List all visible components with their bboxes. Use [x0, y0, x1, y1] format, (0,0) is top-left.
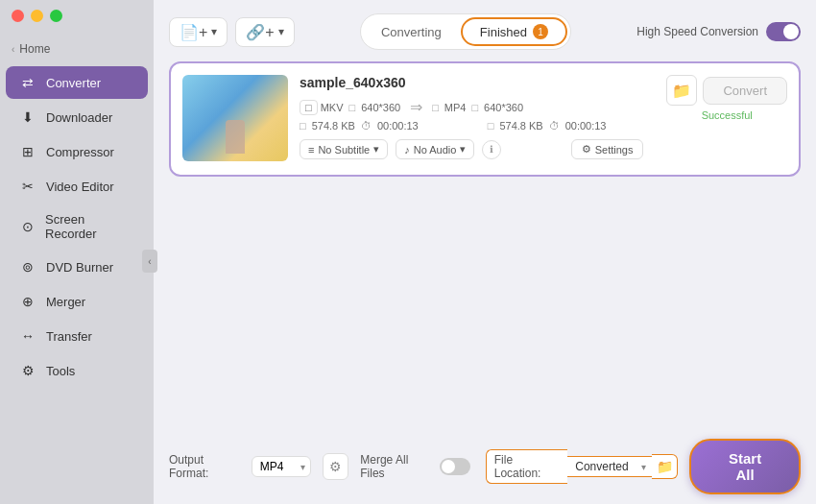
file-card: sample_640x360 □ MKV □ 640*360 ⇒ □ MP4 □…	[169, 61, 801, 177]
header-row: 📄+ ▾ 🔗+ ▾ Converting Finished 1 High Spe…	[169, 13, 801, 50]
file-thumbnail	[182, 75, 288, 161]
source-size-icon: □	[300, 120, 306, 132]
sidebar-item-label: Screen Recorder	[45, 212, 134, 241]
speed-toggle-area: High Speed Conversion	[636, 22, 801, 41]
controls-row: ≡ No Subtitle ▾ ♪ No Audio ▾ ℹ ⚙ Setting…	[300, 139, 643, 159]
add-url-icon: 🔗+	[246, 23, 274, 41]
settings-icon: ⚙	[582, 143, 591, 156]
screen-recorder-icon: ⊙	[19, 218, 36, 235]
file-name: sample_640x360	[300, 75, 643, 90]
add-file-button[interactable]: 📄+ ▾	[169, 17, 228, 47]
subtitle-icon: ≡	[308, 144, 314, 156]
file-info: sample_640x360 □ MKV □ 640*360 ⇒ □ MP4 □…	[300, 75, 643, 159]
close-button[interactable]	[12, 10, 24, 22]
output-format-select-wrap: MP4 MKV AVI MOV	[252, 456, 311, 477]
file-location-area: File Location: Converted Custom... 📁	[486, 449, 678, 484]
sidebar-item-dvd-burner[interactable]: ⊚ DVD Burner	[6, 251, 148, 283]
sidebar-item-merger[interactable]: ⊕ Merger	[6, 285, 148, 318]
output-folder-button[interactable]: 📁	[666, 75, 697, 106]
minimize-button[interactable]	[31, 10, 43, 22]
finished-badge: 1	[533, 24, 548, 39]
target-size-icon: □	[488, 120, 494, 132]
subtitle-select[interactable]: ≡ No Subtitle ▾	[300, 139, 388, 159]
sidebar-item-compressor[interactable]: ⊞ Compressor	[6, 135, 148, 168]
output-format-select[interactable]: MP4 MKV AVI MOV	[252, 456, 311, 477]
source-duration: 00:00:13	[377, 120, 419, 132]
sidebar-item-converter[interactable]: ⇄ Converter	[6, 66, 148, 99]
thumbnail-figure	[226, 120, 245, 154]
output-format-label: Output Format:	[169, 453, 244, 480]
audio-label: No Audio	[414, 144, 457, 156]
info-button[interactable]: ℹ	[482, 140, 501, 159]
sidebar-item-screen-recorder[interactable]: ⊙ Screen Recorder	[6, 204, 148, 249]
source-format-label: □	[300, 100, 318, 115]
target-resolution: 640*360	[484, 102, 523, 113]
home-link[interactable]: ‹ Home	[0, 38, 154, 65]
tab-converting[interactable]: Converting	[364, 17, 459, 46]
source-clock-icon: ⏱	[361, 120, 372, 132]
file-location-select[interactable]: Converted Custom...	[567, 456, 652, 477]
subtitle-chevron: ▾	[373, 143, 379, 156]
sidebar-item-label: DVD Burner	[46, 260, 113, 275]
maximize-button[interactable]	[50, 10, 62, 22]
tab-finished-label: Finished	[480, 25, 527, 39]
convert-button[interactable]: Convert	[703, 77, 787, 105]
file-meta-size-row: □ 574.8 KB ⏱ 00:00:13 □ 574.8 KB ⏱ 00:00…	[300, 120, 643, 132]
add-url-button[interactable]: 🔗+ ▾	[235, 17, 294, 47]
sidebar-item-label: Tools	[46, 364, 75, 378]
settings-button[interactable]: ⚙ Settings	[571, 139, 644, 159]
dvd-burner-icon: ⊚	[19, 258, 36, 276]
audio-chevron: ▾	[460, 143, 466, 156]
merger-icon: ⊕	[19, 293, 36, 310]
sidebar-item-label: Compressor	[46, 145, 114, 159]
target-clock-icon: ⏱	[549, 120, 560, 132]
sidebar-item-tools[interactable]: ⚙ Tools	[6, 354, 148, 387]
compressor-icon: ⊞	[19, 143, 36, 160]
tabs-container: Converting Finished 1	[360, 13, 571, 50]
downloader-icon: ⬇	[19, 108, 36, 126]
sidebar-item-downloader[interactable]: ⬇ Downloader	[6, 101, 148, 133]
source-size: 574.8 KB	[312, 120, 355, 132]
main-content: 📄+ ▾ 🔗+ ▾ Converting Finished 1 High Spe…	[154, 0, 816, 504]
arrow-right-icon: ⇒	[410, 98, 422, 116]
target-size: 574.8 KB	[499, 120, 542, 132]
merge-label: Merge All Files	[360, 453, 434, 480]
header-left: 📄+ ▾ 🔗+ ▾	[169, 17, 295, 47]
audio-select[interactable]: ♪ No Audio ▾	[396, 139, 474, 159]
file-location-label: File Location:	[486, 449, 568, 484]
sidebar-item-video-editor[interactable]: ✂ Video Editor	[6, 170, 148, 203]
settings-label: Settings	[595, 144, 634, 156]
location-select-wrap: Converted Custom...	[567, 456, 652, 477]
output-format-area: Output Format: MP4 MKV AVI MOV	[169, 453, 311, 480]
sidebar: ‹ Home ⇄ Converter ⬇ Downloader ⊞ Compre…	[0, 0, 154, 504]
sidebar-item-label: Video Editor	[46, 180, 114, 194]
sidebar-item-transfer[interactable]: ↔ Transfer	[6, 320, 148, 352]
home-label: Home	[19, 42, 50, 56]
tools-icon: ⚙	[19, 362, 36, 379]
chevron-left-icon: ‹	[12, 44, 14, 55]
source-resolution: 640*360	[361, 102, 400, 113]
target-format: MP4	[444, 102, 467, 113]
sidebar-item-label: Merger	[46, 295, 85, 309]
source-format-value: MKV	[321, 102, 344, 113]
merge-toggle-switch[interactable]	[440, 458, 469, 475]
speed-label: High Speed Conversion	[636, 25, 758, 38]
start-all-button[interactable]: Start All	[689, 439, 801, 494]
add-file-icon: 📄+	[180, 23, 207, 41]
tab-finished[interactable]: Finished 1	[461, 17, 567, 46]
subtitle-label: No Subtitle	[318, 144, 370, 156]
add-url-chevron: ▾	[278, 25, 284, 38]
location-folder-button[interactable]: 📁	[652, 454, 678, 479]
transfer-icon: ↔	[19, 327, 36, 345]
merge-toggle-area: Merge All Files	[360, 453, 469, 480]
speed-toggle-switch[interactable]	[766, 22, 801, 41]
format-settings-button[interactable]: ⚙	[323, 453, 349, 480]
sidebar-item-label: Downloader	[46, 110, 112, 125]
audio-icon: ♪	[404, 144, 410, 156]
target-resolution-icon: □	[471, 102, 478, 113]
bottom-bar: Output Format: MP4 MKV AVI MOV ⚙ Merge A…	[154, 429, 816, 504]
success-label: Successful	[702, 109, 753, 121]
sidebar-collapse-button[interactable]: ‹	[142, 250, 157, 273]
target-format-icon: □	[432, 102, 439, 113]
source-format: □ MKV	[300, 100, 344, 115]
